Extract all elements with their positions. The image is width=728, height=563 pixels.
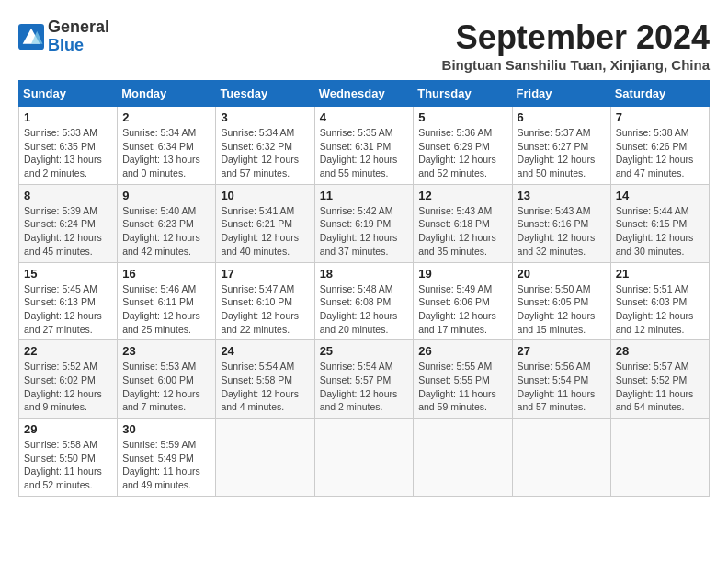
- day-info: Sunrise: 5:38 AMSunset: 6:26 PMDaylight:…: [616, 126, 704, 180]
- calendar-cell: 6Sunrise: 5:37 AMSunset: 6:27 PMDaylight…: [512, 107, 610, 185]
- calendar-cell: 21Sunrise: 5:51 AMSunset: 6:03 PMDayligh…: [610, 262, 709, 340]
- day-info: Sunrise: 5:50 AMSunset: 6:05 PMDaylight:…: [518, 282, 606, 337]
- calendar-week-row: 22Sunrise: 5:52 AMSunset: 6:02 PMDayligh…: [19, 340, 710, 419]
- day-info: Sunrise: 5:43 AMSunset: 6:18 PMDaylight:…: [418, 204, 506, 259]
- calendar-week-row: 8Sunrise: 5:39 AMSunset: 6:24 PMDaylight…: [19, 184, 710, 262]
- day-info: Sunrise: 5:37 AMSunset: 6:27 PMDaylight:…: [518, 126, 606, 180]
- day-number: 19: [418, 267, 506, 281]
- logo-blue-text: Blue: [48, 37, 109, 55]
- day-info: Sunrise: 5:51 AMSunset: 6:03 PMDaylight:…: [616, 282, 704, 337]
- calendar-cell: 23Sunrise: 5:53 AMSunset: 6:00 PMDayligh…: [118, 340, 216, 419]
- calendar-cell: 17Sunrise: 5:47 AMSunset: 6:10 PMDayligh…: [216, 262, 314, 340]
- calendar-week-row: 15Sunrise: 5:45 AMSunset: 6:13 PMDayligh…: [19, 262, 710, 340]
- header-thursday: Thursday: [414, 81, 512, 107]
- calendar-cell: [216, 419, 314, 497]
- calendar-cell: 29Sunrise: 5:58 AMSunset: 5:50 PMDayligh…: [19, 419, 118, 497]
- calendar-header-row: SundayMondayTuesdayWednesdayThursdayFrid…: [19, 81, 710, 107]
- day-info: Sunrise: 5:39 AMSunset: 6:24 PMDaylight:…: [24, 204, 112, 259]
- calendar-week-row: 29Sunrise: 5:58 AMSunset: 5:50 PMDayligh…: [19, 419, 710, 497]
- day-info: Sunrise: 5:40 AMSunset: 6:23 PMDaylight:…: [122, 204, 210, 259]
- day-number: 15: [24, 267, 112, 281]
- day-info: Sunrise: 5:36 AMSunset: 6:29 PMDaylight:…: [418, 126, 506, 180]
- calendar-cell: 14Sunrise: 5:44 AMSunset: 6:15 PMDayligh…: [610, 184, 709, 262]
- header-saturday: Saturday: [610, 81, 709, 107]
- day-number: 11: [320, 189, 409, 202]
- day-number: 16: [122, 267, 210, 281]
- logo-general-text: General: [48, 18, 109, 37]
- calendar-cell: 16Sunrise: 5:46 AMSunset: 6:11 PMDayligh…: [118, 262, 216, 340]
- day-info: Sunrise: 5:35 AMSunset: 6:31 PMDaylight:…: [320, 126, 409, 180]
- day-info: Sunrise: 5:47 AMSunset: 6:10 PMDaylight:…: [221, 282, 309, 337]
- day-info: Sunrise: 5:54 AMSunset: 5:58 PMDaylight:…: [221, 360, 309, 414]
- day-info: Sunrise: 5:55 AMSunset: 5:55 PMDaylight:…: [418, 360, 506, 414]
- day-info: Sunrise: 5:33 AMSunset: 6:35 PMDaylight:…: [24, 126, 112, 180]
- calendar-cell: 25Sunrise: 5:54 AMSunset: 5:57 PMDayligh…: [314, 340, 414, 419]
- month-title: September 2024: [442, 18, 710, 57]
- calendar-week-row: 1Sunrise: 5:33 AMSunset: 6:35 PMDaylight…: [19, 107, 710, 185]
- page-header: General Blue September 2024 Bingtuan San…: [18, 18, 710, 73]
- day-info: Sunrise: 5:53 AMSunset: 6:00 PMDaylight:…: [122, 360, 210, 414]
- title-section: September 2024 Bingtuan Sanshiliu Tuan, …: [442, 18, 710, 73]
- day-number: 4: [320, 110, 409, 124]
- day-number: 21: [616, 267, 704, 281]
- calendar-cell: 28Sunrise: 5:57 AMSunset: 5:52 PMDayligh…: [610, 340, 709, 419]
- day-number: 20: [518, 267, 606, 281]
- header-tuesday: Tuesday: [216, 81, 314, 107]
- calendar-cell: [610, 419, 709, 497]
- day-info: Sunrise: 5:46 AMSunset: 6:11 PMDaylight:…: [122, 282, 210, 337]
- day-info: Sunrise: 5:59 AMSunset: 5:49 PMDaylight:…: [122, 438, 210, 492]
- calendar-cell: 15Sunrise: 5:45 AMSunset: 6:13 PMDayligh…: [19, 262, 118, 340]
- day-info: Sunrise: 5:42 AMSunset: 6:19 PMDaylight:…: [320, 204, 409, 259]
- calendar-cell: 12Sunrise: 5:43 AMSunset: 6:18 PMDayligh…: [414, 184, 512, 262]
- day-number: 29: [24, 422, 112, 436]
- calendar-cell: 8Sunrise: 5:39 AMSunset: 6:24 PMDaylight…: [19, 184, 118, 262]
- calendar-cell: 18Sunrise: 5:48 AMSunset: 6:08 PMDayligh…: [314, 262, 414, 340]
- day-number: 3: [221, 110, 309, 124]
- calendar-cell: 7Sunrise: 5:38 AMSunset: 6:26 PMDaylight…: [610, 107, 709, 185]
- calendar-cell: 11Sunrise: 5:42 AMSunset: 6:19 PMDayligh…: [314, 184, 414, 262]
- day-number: 30: [122, 422, 210, 436]
- calendar-cell: 2Sunrise: 5:34 AMSunset: 6:34 PMDaylight…: [118, 107, 216, 185]
- day-info: Sunrise: 5:54 AMSunset: 5:57 PMDaylight:…: [320, 360, 409, 414]
- day-number: 25: [320, 344, 409, 358]
- day-info: Sunrise: 5:56 AMSunset: 5:54 PMDaylight:…: [518, 360, 606, 414]
- day-number: 17: [221, 267, 309, 281]
- day-number: 28: [616, 344, 704, 358]
- day-number: 18: [320, 267, 409, 281]
- calendar-cell: 13Sunrise: 5:43 AMSunset: 6:16 PMDayligh…: [512, 184, 610, 262]
- day-number: 22: [24, 344, 112, 358]
- header-friday: Friday: [512, 81, 610, 107]
- calendar-cell: 4Sunrise: 5:35 AMSunset: 6:31 PMDaylight…: [314, 107, 414, 185]
- day-info: Sunrise: 5:45 AMSunset: 6:13 PMDaylight:…: [24, 282, 112, 337]
- day-number: 24: [221, 344, 309, 358]
- header-sunday: Sunday: [19, 81, 118, 107]
- calendar-cell: 9Sunrise: 5:40 AMSunset: 6:23 PMDaylight…: [118, 184, 216, 262]
- day-number: 5: [418, 110, 506, 124]
- calendar-table: SundayMondayTuesdayWednesdayThursdayFrid…: [18, 80, 710, 497]
- day-number: 9: [122, 189, 210, 202]
- calendar-cell: 30Sunrise: 5:59 AMSunset: 5:49 PMDayligh…: [118, 419, 216, 497]
- day-info: Sunrise: 5:43 AMSunset: 6:16 PMDaylight:…: [518, 204, 606, 259]
- day-number: 12: [418, 189, 506, 202]
- logo-icon: [18, 24, 44, 50]
- calendar-cell: 26Sunrise: 5:55 AMSunset: 5:55 PMDayligh…: [414, 340, 512, 419]
- day-number: 8: [24, 189, 112, 202]
- day-info: Sunrise: 5:34 AMSunset: 6:32 PMDaylight:…: [221, 126, 309, 180]
- day-info: Sunrise: 5:34 AMSunset: 6:34 PMDaylight:…: [122, 126, 210, 180]
- day-number: 26: [418, 344, 506, 358]
- day-number: 23: [122, 344, 210, 358]
- calendar-cell: 27Sunrise: 5:56 AMSunset: 5:54 PMDayligh…: [512, 340, 610, 419]
- location-text: Bingtuan Sanshiliu Tuan, Xinjiang, China: [442, 57, 710, 73]
- calendar-cell: [414, 419, 512, 497]
- calendar-cell: 5Sunrise: 5:36 AMSunset: 6:29 PMDaylight…: [414, 107, 512, 185]
- calendar-cell: [512, 419, 610, 497]
- day-number: 6: [518, 110, 606, 124]
- calendar-cell: 22Sunrise: 5:52 AMSunset: 6:02 PMDayligh…: [19, 340, 118, 419]
- calendar-cell: 10Sunrise: 5:41 AMSunset: 6:21 PMDayligh…: [216, 184, 314, 262]
- day-number: 1: [24, 110, 112, 124]
- header-wednesday: Wednesday: [314, 81, 414, 107]
- calendar-cell: [314, 419, 414, 497]
- day-number: 14: [616, 189, 704, 202]
- logo: General Blue: [18, 18, 109, 55]
- calendar-cell: 20Sunrise: 5:50 AMSunset: 6:05 PMDayligh…: [512, 262, 610, 340]
